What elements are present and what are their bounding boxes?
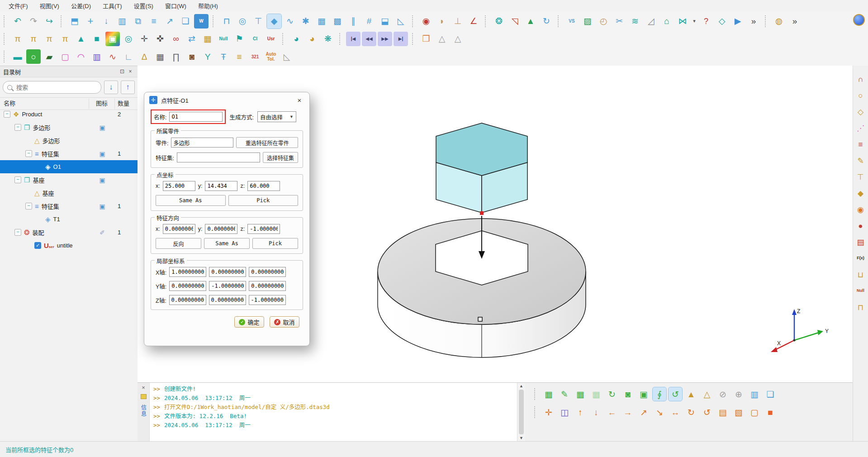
feature-plane-pin-icon[interactable]: ⬓ (378, 14, 392, 29)
overflow-2-icon[interactable]: » (787, 14, 802, 29)
bars-red-2-icon[interactable]: ▤ (854, 236, 867, 248)
log-fold-icon[interactable] (141, 394, 147, 399)
dir-x-field[interactable] (163, 224, 195, 234)
angle-measure-icon[interactable]: ∠ (466, 14, 481, 29)
sphere-green-icon[interactable]: ○ (26, 49, 41, 64)
expander-icon[interactable]: − (14, 229, 21, 236)
result-gauge-icon[interactable]: ◴ (596, 14, 611, 29)
point-z-field[interactable] (247, 181, 280, 191)
feature-point-icon[interactable]: ◆ (267, 14, 281, 29)
null-red[interactable]: Null (854, 285, 867, 297)
result-heatmap-icon[interactable]: ▨ (580, 14, 595, 29)
ok-button[interactable]: ✓ 确定 (234, 316, 264, 328)
y-axis-field-1[interactable] (169, 281, 206, 291)
x-axis-field-3[interactable] (249, 267, 286, 277)
slab-green-icon[interactable]: ▰ (42, 49, 57, 64)
tolerance-ruler-icon[interactable]: ◹ (508, 14, 522, 29)
rivet-type-4-icon[interactable]: π (58, 32, 72, 46)
tolerance-gear-icon[interactable]: ❂ (492, 14, 506, 29)
menu-w[interactable]: 窗口(W) (159, 0, 192, 12)
scroll-thumb[interactable] (519, 390, 524, 434)
cube-part-icon[interactable]: ■ (90, 32, 104, 46)
dock-icon[interactable]: ⊡ (118, 67, 126, 76)
cut-section-icon[interactable]: ✂ (612, 14, 626, 29)
expander-icon[interactable]: − (14, 124, 21, 131)
scroll-down-icon[interactable]: ▼ (519, 435, 523, 441)
pot-stack-icon[interactable]: ⊔ (854, 268, 867, 281)
point-same-as-button[interactable]: Same As (156, 195, 226, 206)
box-move-up-icon[interactable]: ↑ (574, 405, 587, 419)
doc-export-icon[interactable]: ↗ (162, 14, 177, 29)
feature-uv-surface-icon[interactable]: ▩ (330, 14, 345, 29)
new-file-icon[interactable]: + (83, 14, 98, 29)
cone-add-icon[interactable]: ▲ (684, 387, 698, 401)
generation-mode-select[interactable]: 自由选择 ▼ (257, 111, 296, 122)
t-square-icon[interactable]: Ŧ (216, 49, 231, 64)
dialog-close-icon[interactable]: × (294, 96, 304, 104)
point-x-field[interactable] (163, 181, 195, 191)
dialog-title-bar[interactable]: ✛ 点特征-O1 × (144, 92, 309, 108)
pyramid-gray-2-icon[interactable]: △ (451, 32, 465, 46)
rivet-type-1-icon[interactable]: π (10, 32, 25, 46)
plane-diamond-icon[interactable]: ◇ (854, 105, 867, 118)
reverse-button[interactable]: 反向 (156, 238, 201, 249)
box-move-ne-icon[interactable]: ↗ (637, 405, 650, 419)
pot-gold-icon[interactable]: ◕ (305, 32, 319, 46)
menu-s[interactable]: 设置(S) (128, 0, 159, 12)
feature-rivet-icon[interactable]: ⊤ (251, 14, 266, 29)
datum-axis-icon[interactable]: ⊥ (451, 14, 465, 29)
undo-icon[interactable]: ↶ (10, 14, 25, 29)
box-pin-icon[interactable]: ◇ (715, 14, 729, 29)
feature-cylinder-icon[interactable]: ⊓ (219, 14, 234, 29)
wireframe-pink-icon[interactable]: ◠ (74, 49, 88, 64)
dial-gauge-icon[interactable]: ◉ (419, 14, 433, 29)
point-pick-button[interactable]: Pick (228, 195, 299, 206)
circle-red-icon[interactable]: ● (854, 219, 867, 232)
ban-icon[interactable]: ⊘ (716, 387, 730, 401)
tree-row-特征集[interactable]: −≡特征集▣1 (0, 200, 138, 213)
flip-dropdown-icon[interactable]: ▾ (691, 14, 697, 29)
tree-row-Product[interactable]: −❖Product2 (0, 108, 138, 121)
tree-row-装配[interactable]: −❂装配✐1 (0, 226, 138, 239)
tree-row-T1[interactable]: ◈T1 (0, 213, 138, 226)
surface-point-marker[interactable] (478, 317, 482, 321)
compare-flip-icon[interactable]: ⋈ (675, 14, 690, 29)
stack-colored-icon[interactable]: ❒ (419, 32, 433, 46)
rotate-cw-icon[interactable]: ↻ (684, 405, 698, 419)
search-input[interactable] (15, 84, 97, 91)
box-move-left-icon[interactable]: ← (605, 405, 619, 419)
tree-row-多边形[interactable]: △多边形 (0, 134, 138, 147)
feature-profile-icon[interactable]: ◺ (394, 14, 408, 29)
ring-target-icon[interactable]: ◎ (121, 32, 136, 46)
analysis-chart-icon[interactable]: ▲ (523, 14, 538, 29)
dashed-box-icon[interactable]: ❏ (764, 387, 777, 401)
link-line-icon[interactable]: ⇄ (185, 32, 199, 46)
spray-bottle-icon[interactable]: ⌂ (659, 14, 674, 29)
steps-321[interactable]: 321 (248, 49, 262, 64)
ci-feature[interactable]: CI (248, 32, 262, 46)
pot-teal-icon[interactable]: ◕ (289, 32, 304, 46)
menu-t[interactable]: 工具(T) (97, 0, 128, 12)
word-ppt[interactable]: W (194, 14, 209, 29)
name-field[interactable] (169, 112, 223, 122)
log-scrollbar[interactable]: ▲ ▼ (517, 383, 525, 441)
result-vs[interactable]: VS (564, 14, 579, 29)
feature-hole-icon[interactable]: ◎ (235, 14, 250, 29)
rotate-sync-icon[interactable]: ↺ (669, 387, 682, 401)
scroll-up-icon[interactable]: ▲ (519, 383, 523, 389)
move-cross-icon[interactable]: ✛ (542, 405, 555, 419)
board-view-icon[interactable]: ▦ (542, 387, 555, 401)
about-globe-icon[interactable] (853, 14, 865, 26)
z-axis-field-3[interactable] (249, 295, 286, 305)
camera-brown-icon[interactable]: ◙ (185, 49, 199, 64)
feature-surface-points-icon[interactable]: ✱ (299, 14, 313, 29)
feature-mesh-icon[interactable]: ▦ (314, 14, 329, 29)
lock-icon[interactable]: ◙ (621, 387, 635, 401)
box-move-se-icon[interactable]: ↘ (653, 405, 666, 419)
scatter-network-icon[interactable]: ❋ (321, 32, 335, 46)
chart-columns-icon[interactable]: ▥ (748, 387, 761, 401)
dir-y-field[interactable] (205, 224, 237, 234)
reselect-part-button[interactable]: 重选特征所在零件 (236, 137, 298, 148)
box-move-swap-icon[interactable]: ↔ (669, 405, 682, 419)
nav-last[interactable]: ▶| (394, 32, 408, 46)
